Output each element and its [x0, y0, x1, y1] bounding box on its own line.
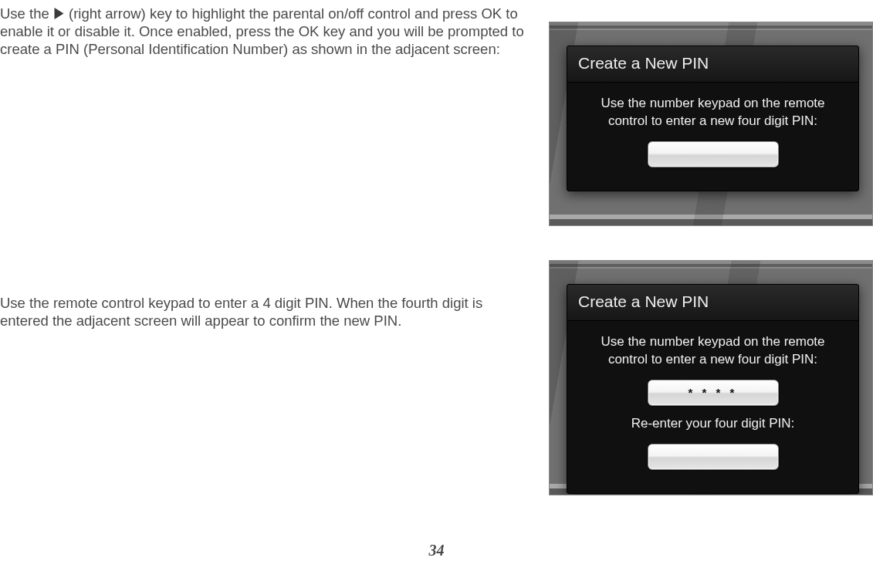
dialog-create-pin: Create a New PIN Use the number keypad o… — [567, 46, 859, 191]
svg-marker-0 — [54, 8, 63, 19]
text-pre: Use the — [0, 5, 53, 22]
dialog-instruction-2: Use the number keypad on the remote cont… — [581, 333, 844, 369]
page-number: 34 — [0, 542, 873, 559]
right-arrow-icon — [53, 5, 65, 22]
dialog-title-2: Create a New PIN — [567, 285, 858, 321]
pin-mask: * * * * — [689, 386, 738, 399]
pin-input-empty[interactable] — [648, 141, 779, 167]
dialog-create-pin-confirm: Create a New PIN Use the number keypad o… — [567, 284, 859, 494]
pin-input-confirm[interactable] — [648, 444, 779, 470]
dialog-reenter: Re-enter your four digit PIN: — [581, 415, 844, 433]
screenshot-create-pin-empty: Create a New PIN Use the number keypad o… — [549, 22, 873, 226]
instruction-paragraph-2: Use the remote control keypad to enter a… — [0, 260, 549, 329]
dialog-instruction: Use the number keypad on the remote cont… — [581, 95, 844, 130]
dialog-title: Create a New PIN — [567, 46, 858, 83]
instruction-paragraph-1: Use the (right arrow) key to highlight t… — [0, 5, 549, 58]
text-post: (right arrow) key to highlight the paren… — [0, 5, 524, 57]
pin-input-filled[interactable]: * * * * — [648, 380, 779, 406]
text-para2: Use the remote control keypad to enter a… — [0, 295, 482, 329]
screenshot-create-pin-confirm: Create a New PIN Use the number keypad o… — [549, 260, 873, 495]
